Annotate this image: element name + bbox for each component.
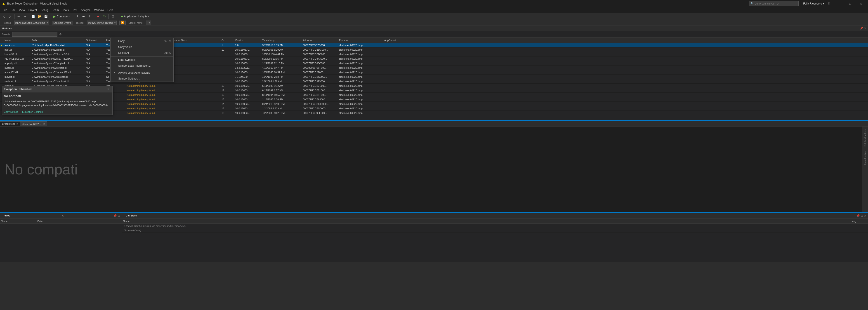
autos-panel: Autos ✕ 📌 ⊞ Name Value bbox=[0, 213, 122, 262]
exception-dialog-header: Exception Unhandled ✕ bbox=[2, 86, 112, 92]
toolbar-open-btn[interactable]: 📂 bbox=[37, 14, 42, 19]
close-callstack-icon[interactable]: ✕ bbox=[864, 214, 866, 217]
menu-item-test[interactable]: Test bbox=[70, 8, 79, 13]
module-row-15[interactable]: win32u.dll C:\Windows\System32\win32u.dl… bbox=[0, 111, 868, 115]
menu-item-tools[interactable]: Tools bbox=[61, 8, 70, 13]
ctx-label-2: Select All bbox=[118, 51, 129, 55]
menu-item-edit[interactable]: Edit bbox=[9, 8, 17, 13]
menu-item-window[interactable]: Window bbox=[92, 8, 106, 13]
module-row-10[interactable]: gdi32.dll C:\Windows\System32\gdi32.dll … bbox=[0, 88, 868, 93]
col-header-path: Path bbox=[31, 39, 85, 41]
module-row-14[interactable]: user32.dll C:\Windows\System32\user32.dl… bbox=[0, 106, 868, 111]
settings-icon[interactable]: ⚙ bbox=[828, 2, 831, 5]
menu-item-team[interactable]: Team bbox=[51, 8, 61, 13]
toolbar-back-btn[interactable]: ◁ bbox=[1, 14, 7, 19]
col-header-version: Version bbox=[234, 39, 261, 41]
ctx-item-always-load-automatically[interactable]: ✓ Always Load Automatically bbox=[111, 70, 174, 76]
row-address-6: 00007FFCC27000... bbox=[302, 71, 338, 74]
tab-slack-dmp-close[interactable]: ✕ bbox=[43, 123, 45, 125]
callstack-row-0[interactable]: [Frames may be missing, no binary loaded… bbox=[122, 224, 868, 228]
vs-logo-icon: ▲ bbox=[2, 2, 5, 6]
menu-item-debug[interactable]: Debug bbox=[39, 8, 50, 13]
continue-arrow-icon: ▶ bbox=[53, 15, 56, 18]
pin-autos-icon[interactable]: 📌 bbox=[114, 214, 117, 217]
close-modules-icon[interactable]: ✕ bbox=[864, 27, 866, 30]
toolbar-redo-btn[interactable]: ↪ bbox=[22, 14, 28, 19]
minimize-button[interactable]: ─ bbox=[834, 0, 844, 7]
ctx-shortcut-2: Ctrl+A bbox=[164, 52, 170, 54]
callstack-row-1[interactable]: [External Code] bbox=[122, 228, 868, 233]
menu-item-project[interactable]: Project bbox=[27, 8, 39, 13]
toolbar-breakpoints-btn[interactable]: ⊡ bbox=[110, 14, 116, 19]
menu-item-view[interactable]: View bbox=[17, 8, 27, 13]
copy-details-link[interactable]: Copy Details bbox=[4, 111, 18, 113]
row-version-9: 10.0.15063... bbox=[234, 85, 261, 87]
ctx-item-select-all[interactable]: Select All Ctrl+A bbox=[111, 50, 174, 56]
float-autos-icon[interactable]: ⊞ bbox=[118, 214, 120, 217]
tab-break-mode-close[interactable]: ✕ bbox=[16, 123, 18, 125]
ctx-item-symbol-settings[interactable]: Symbol Settings... bbox=[111, 76, 174, 82]
pin-modules-icon[interactable]: 📌 bbox=[860, 27, 863, 30]
toolbar-undo-btn[interactable]: ↩ bbox=[16, 14, 22, 19]
autos-tab[interactable]: Autos bbox=[2, 213, 12, 218]
search-icon: 🔍 bbox=[750, 2, 754, 5]
float-callstack-icon[interactable]: ⊞ bbox=[861, 214, 863, 217]
module-row-13[interactable]: ucrtbase.dll C:\Windows\System32\ucrtbas… bbox=[0, 102, 868, 106]
ctx-item-copy-value[interactable]: Copy Value bbox=[111, 44, 174, 50]
search-settings-icon[interactable]: ⚙ bbox=[59, 33, 62, 36]
col-header-process: Process bbox=[338, 39, 383, 41]
row-process-14: slack.exe.60920.dmp bbox=[338, 107, 383, 110]
row-version-0: 1.0 bbox=[234, 44, 261, 46]
row-version-13: 10.0.15063... bbox=[234, 102, 261, 105]
ctx-label-3: Load Symbols bbox=[118, 58, 135, 61]
ctx-item-load-symbols[interactable]: Load Symbols bbox=[111, 57, 174, 63]
callstack-rows: [Frames may be missing, no binary loaded… bbox=[122, 224, 868, 233]
menu-item-analyze[interactable]: Analyze bbox=[79, 8, 92, 13]
search-input[interactable] bbox=[12, 32, 57, 37]
menu-item-help[interactable]: Help bbox=[105, 8, 115, 13]
row-order-9: 10 bbox=[221, 85, 234, 87]
callstack-tab[interactable]: Call Stack bbox=[124, 213, 139, 218]
exception-close-button[interactable]: ✕ bbox=[106, 87, 111, 92]
team-explorer-tab[interactable]: Team Explorer bbox=[863, 149, 867, 167]
toolbar-restart-btn[interactable]: ↻ bbox=[101, 14, 107, 19]
autos-panel-close[interactable]: ✕ bbox=[61, 214, 65, 218]
tab-slack-dmp[interactable]: slack.exe.60920... ✕ bbox=[20, 121, 47, 126]
row-version-11: 10.0.15063... bbox=[234, 94, 261, 96]
stackframe-dropdown[interactable]: ▾ bbox=[146, 21, 151, 25]
row-timestamp-13: 9/24/2018 12:03 PM bbox=[261, 102, 302, 105]
toolbar-forward-btn[interactable]: ▷ bbox=[7, 14, 13, 19]
toolbar-save-btn[interactable]: 💾 bbox=[43, 14, 49, 19]
row-name-1: ntdll.dll bbox=[4, 48, 31, 51]
module-row-9[interactable]: rpcrt4.dll C:\Windows\System32\rpcrt4.dl… bbox=[0, 84, 868, 88]
module-row-12[interactable]: msvcp_win.dll C:\Windows\System32\msvcp_… bbox=[0, 97, 868, 102]
continue-button[interactable]: ▶ Continue ▾ bbox=[51, 14, 72, 19]
exception-settings-link[interactable]: Exception Settings bbox=[22, 111, 43, 113]
close-button[interactable]: ✕ bbox=[856, 0, 866, 7]
quick-launch-input[interactable] bbox=[754, 2, 797, 5]
appinsights-dropdown-icon[interactable]: ▾ bbox=[148, 15, 149, 18]
thread-dropdown[interactable]: [49376] Win64 Thread ▾ bbox=[87, 21, 117, 25]
row-symbolstatus-14: No matching binary found. bbox=[126, 107, 171, 110]
maximize-button[interactable]: □ bbox=[845, 0, 855, 7]
process-dropdown[interactable]: [N/A] slack.exe.60920.dmp ▾ bbox=[14, 21, 49, 25]
toolbar-new-btn[interactable]: 📄 bbox=[30, 14, 36, 19]
toolbar-step-over-btn[interactable]: ➡ bbox=[81, 14, 86, 19]
tab-break-mode[interactable]: Break Mode ✕ bbox=[0, 121, 20, 126]
module-row-11[interactable]: gdi32full.dll C:\Windows\System32\gdi32f… bbox=[0, 93, 868, 97]
menu-item-file[interactable]: File bbox=[1, 8, 9, 13]
row-name-3: KERNELBASE.dll bbox=[4, 57, 31, 60]
ctx-item-symbol-load-information[interactable]: Symbol Load Information... bbox=[111, 63, 174, 69]
toolbar-stop-btn[interactable]: ■ bbox=[95, 14, 101, 19]
pin-callstack-icon[interactable]: 📌 bbox=[857, 214, 860, 217]
toolbar-step-out-btn[interactable]: ⬆ bbox=[87, 14, 93, 19]
callstack-col-name-header: Name bbox=[122, 220, 850, 222]
toolbar-step-into-btn[interactable]: ⬇ bbox=[74, 14, 80, 19]
row-process-6: slack.exe.60920.dmp bbox=[338, 71, 383, 74]
ctx-item-copy[interactable]: Copy Ctrl+C bbox=[111, 38, 174, 44]
row-timestamp-14: 1/2/2084 4:42 AM bbox=[261, 107, 302, 110]
solution-explorer-tab[interactable]: Solution Explorer bbox=[863, 127, 867, 148]
lifecycle-btn[interactable]: Lifecycle Events bbox=[52, 21, 73, 25]
row-optimized-6: N/A bbox=[85, 71, 105, 74]
filter-btn[interactable]: 🔽 bbox=[119, 21, 126, 25]
